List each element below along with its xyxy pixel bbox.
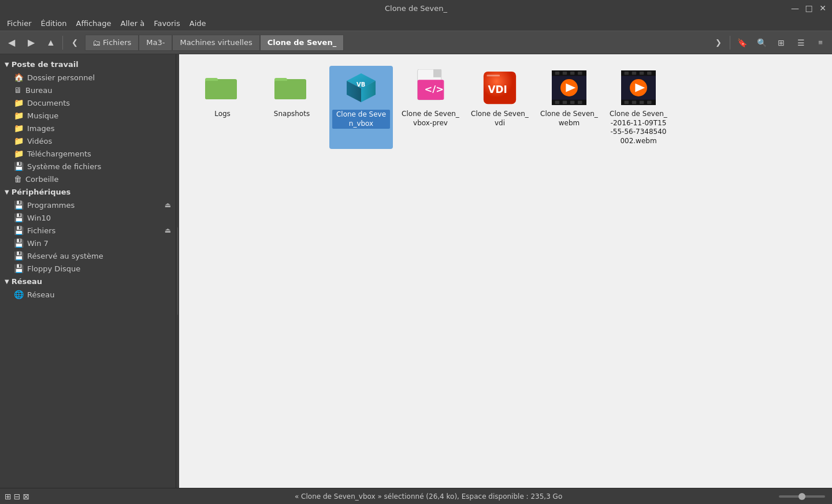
sidebar-label-musique: Musique [27,111,58,120]
sidebar-item-bureau[interactable]: 🖥 Bureau [0,84,176,96]
menu-affichage[interactable]: Affichage [71,18,116,29]
svg-rect-36 [640,72,644,75]
statusbar-text: « Clone de Seven_vbox » sélectionné (26,… [29,492,827,501]
svg-rect-17 [487,75,500,77]
floppy-icon: 💾 [14,264,24,273]
statusbar-icon-3[interactable]: ⊠ [23,492,29,501]
sidebar-label-programmes: Programmes [27,201,75,210]
sidebar-label-telechargements: Téléchargements [27,150,91,158]
xml-icon: </> [412,69,449,106]
drive-icon-reserve: 💾 [14,251,24,260]
breadcrumb-machines-virtuelles[interactable]: Machines virtuelles [172,35,259,51]
details-view-button[interactable]: ≡ [811,33,830,52]
sidebar-item-reserve-systeme[interactable]: 💾 Réservé au système [0,249,176,262]
folder-icon: 🗂 [92,38,101,47]
forward-button[interactable]: ▶ [22,33,40,52]
menu-edition[interactable]: Édition [36,18,72,29]
trash-icon: 🗑 [14,174,22,184]
list-view-button[interactable]: ☰ [792,33,810,52]
sidebar-item-telechargements[interactable]: 📁 Téléchargements [0,147,176,160]
file-clone-webm[interactable]: Clone de Seven_webm [537,66,601,149]
next-tab-button[interactable]: ❯ [709,33,727,52]
sidebar-item-fichiers[interactable]: 💾 Fichiers ⏏ [0,224,176,237]
file-label-clone-vbox-prev: Clone de Seven_vbox-prev [402,110,459,128]
section-reseau[interactable]: ▼ Réseau [0,275,176,288]
breadcrumb-label-ma3: Ma3- [146,38,165,47]
section-poste-de-travail[interactable]: ▼ Poste de travail [0,58,176,71]
sidebar-item-win7[interactable]: 💾 Win 7 [0,237,176,249]
minimize-button[interactable]: — [790,3,800,13]
sidebar-item-images[interactable]: 📁 Images [0,122,176,135]
sidebar-item-win10[interactable]: 💾 Win10 [0,211,176,224]
up-button[interactable]: ▲ [42,33,60,52]
section-label-reseau: Réseau [12,277,42,286]
menu-allera[interactable]: Aller à [116,18,150,29]
sidebar-label-dossier-personnel: Dossier personnel [27,73,95,82]
svg-rect-34 [625,72,629,75]
sidebar-label-bureau: Bureau [25,86,52,95]
sidebar-item-musique[interactable]: 📁 Musique [0,109,176,122]
sidebar-item-dossier-personnel[interactable]: 🏠 Dossier personnel [0,71,176,84]
menu-fichier[interactable]: Fichier [2,18,36,29]
video-icon [551,69,588,106]
section-label-poste: Poste de travail [12,60,79,69]
sidebar-label-documents: Documents [27,99,70,107]
drive-icon-win7: 💾 [14,238,24,248]
maximize-button[interactable]: □ [804,3,814,13]
desktop-icon: 🖥 [14,85,22,95]
vdi-icon: VDI [481,69,518,106]
menu-favoris[interactable]: Favoris [149,18,185,29]
eject-icon-fichiers[interactable]: ⏏ [165,226,171,234]
documents-icon: 📁 [14,98,24,107]
back-button[interactable]: ◀ [2,33,21,52]
slider-thumb[interactable] [798,493,805,500]
bookmark-icon-button[interactable]: 🔖 [733,33,751,52]
file-clone-vbox-prev[interactable]: </> Clone de Seven_vbox-prev [399,66,462,149]
sidebar-item-floppy[interactable]: 💾 Floppy Disque [0,262,176,275]
prev-tab-button[interactable]: ❮ [65,33,84,52]
grid-view-button[interactable]: ⊞ [772,33,790,52]
sidebar-item-corbeille[interactable]: 🗑 Corbeille [0,173,176,185]
breadcrumb-fichiers[interactable]: 🗂 Fichiers [85,35,139,51]
statusbar-icon-2[interactable]: ⊟ [14,492,21,501]
breadcrumb-label-clone: Clone de Seven_ [268,38,336,47]
file-area: Logs Snapshots [179,54,832,488]
statusbar-icons: ⊞ ⊟ ⊠ [5,492,29,501]
sidebar-label-systeme-fichiers: Système de fichiers [27,162,101,171]
breadcrumb-ma3[interactable]: Ma3- [139,35,172,51]
close-button[interactable]: ✕ [818,3,827,13]
breadcrumb: 🗂 Fichiers Ma3- Machines virtuelles Clon… [85,34,708,51]
drive-icon-win10: 💾 [14,213,24,222]
sidebar-resizer[interactable] [176,54,179,488]
vbox-icon: VB [343,69,380,106]
eject-icon-programmes[interactable]: ⏏ [165,201,171,209]
file-logs[interactable]: Logs [191,66,254,149]
svg-text:VB: VB [356,81,365,88]
sidebar-label-reserve-systeme: Réservé au système [27,252,103,260]
downloads-icon: 📁 [14,149,24,158]
svg-rect-21 [555,72,560,75]
slider-track[interactable] [779,495,825,498]
sidebar-item-documents[interactable]: 📁 Documents [0,96,176,109]
svg-rect-25 [555,101,560,104]
search-button[interactable]: 🔍 [752,33,771,52]
file-label-clone-vdi: Clone de Seven_vdi [471,110,529,128]
sidebar-item-videos[interactable]: 📁 Vidéos [0,135,176,147]
file-snapshots[interactable]: Snapshots [260,66,324,149]
zoom-slider[interactable] [779,495,825,498]
svg-rect-38 [625,101,629,104]
sidebar-label-fichiers: Fichiers [27,226,55,235]
menu-aide[interactable]: Aide [185,18,211,29]
svg-rect-39 [632,101,637,104]
svg-rect-23 [570,72,575,75]
file-clone-vbox[interactable]: VB Clone de Seven_vbox [329,66,393,149]
breadcrumb-clone-de-seven[interactable]: Clone de Seven_ [260,35,344,51]
drive-icon-fichiers: 💾 [14,226,24,235]
sidebar-item-reseau[interactable]: 🌐 Réseau [0,288,176,301]
file-clone-vdi[interactable]: VDI Clone de Seven_vdi [468,66,532,149]
file-clone-webm-dated[interactable]: Clone de Seven_-2016-11-09T15-55-56-7348… [607,66,670,149]
sidebar-item-systeme-fichiers[interactable]: 💾 Système de fichiers [0,160,176,173]
sidebar-item-programmes[interactable]: 💾 Programmes ⏏ [0,199,176,211]
statusbar-icon-1[interactable]: ⊞ [5,492,12,501]
section-peripheriques[interactable]: ▼ Périphériques [0,185,176,199]
